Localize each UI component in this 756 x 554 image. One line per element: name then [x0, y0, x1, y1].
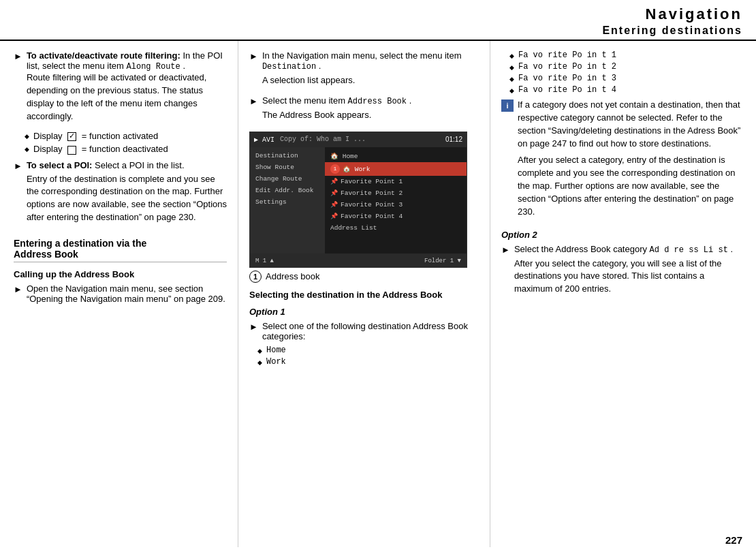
nav-bottom-bar: M 1 ▲ Folder 1 ▼ — [250, 253, 467, 268]
para-filter: Route filtering will be activated or dea… — [27, 72, 227, 123]
bold-poi: To select a POI: — [27, 160, 93, 170]
nav-item-fp3: 📌 Favorite Point 3 — [325, 199, 467, 211]
nav-top-bar-left-text: ▶ AVI — [254, 136, 274, 144]
nav-top-bar-time: 01:12 — [445, 136, 462, 143]
arrow-content-m1: In the Navigation main menu, select the … — [262, 50, 479, 91]
info-text-2: After you select a category, entry of th… — [518, 154, 742, 218]
nav-bottom-right: Folder 1 ▼ — [424, 258, 461, 264]
nav-left-menu: Destination Show Route Change Route Edit… — [250, 147, 325, 253]
text-addr-appears: The Address Book appears. — [262, 109, 479, 122]
arrow-icon-3: ► — [14, 284, 22, 294]
text-categories: Select one of the following destination … — [262, 321, 468, 341]
option2-heading: Option 2 — [501, 230, 742, 240]
arrow-item-addr-list: ► Select the Address Book category Ad d … — [501, 244, 742, 301]
mono-address-book: Address Book — [348, 97, 407, 106]
nav-menu-destination: Destination — [250, 150, 325, 161]
option1-heading: Option 1 — [249, 307, 479, 317]
arrow-content-r1: Select the Address Book category Ad d re… — [514, 244, 742, 301]
sub-heading-selecting: Selecting the destination in the Address… — [249, 290, 479, 300]
arrow-icon-m3: ► — [249, 322, 258, 332]
nav-top-bar-middle: Copy of: Who am I ... — [280, 136, 366, 143]
text-select-menu: Select the menu item — [262, 95, 348, 106]
nav-top-bar: ▶ AVI Copy of: Who am I ... 01:12 — [250, 132, 467, 147]
pin-icon-1: 📌 — [330, 178, 338, 185]
nav-bottom-left: M 1 ▲ — [255, 258, 274, 264]
para-poi: Entry of the destination is complete and… — [27, 173, 227, 224]
nav-right-panel: 🏠 Home 1 🏠 Work 📌 Favorite Point 1 📌 Fav… — [325, 147, 467, 253]
fp2-item: ◆ Fa vo rite Po in t 2 — [501, 62, 742, 72]
checkbox-unchecked — [67, 146, 76, 155]
para-addr-list: After you select the category, you will … — [514, 258, 742, 296]
nav-screenshot: ▶ AVI Copy of: Who am I ... 01:12 Destin… — [249, 132, 467, 268]
caption-text: Address book — [266, 271, 320, 281]
right-column: ◆ Fa vo rite Po in t 1 ◆ Fa vo rite Po i… — [490, 41, 756, 547]
text-nav-menu-1: In the Navigation main menu, select the … — [262, 50, 462, 61]
left-column: ► To activate/deactivate route filtering… — [0, 41, 238, 547]
arrow-content-m3: Select one of the following destination … — [262, 321, 479, 341]
page-header: Navigation Entering destinations — [0, 0, 756, 41]
display-item-activated: ◆ Display = function activated — [14, 131, 227, 141]
arrow-item-categories: ► Select one of the following destinatio… — [249, 321, 479, 341]
text-poi: Select a POI in the list. — [95, 160, 185, 170]
mono-along-route: Along Route — [127, 62, 180, 72]
nav-fp2-label: Favorite Point 2 — [341, 189, 403, 197]
text-addr-period: . — [409, 95, 412, 106]
nav-item-work: 1 🏠 Work — [325, 162, 467, 176]
text-select-category: Select the Address Book category — [514, 244, 650, 254]
arrow-content-1: To activate/deactivate route filtering: … — [27, 50, 227, 127]
display-text-deactivated: Display = function deactivated — [33, 144, 168, 154]
pin-icon-3: 📌 — [330, 201, 338, 209]
nav-fp3-label: Favorite Point 3 — [341, 201, 403, 209]
diamond-icon-deactivated: ◆ — [25, 146, 29, 153]
fp1-item: ◆ Fa vo rite Po in t 1 — [501, 50, 742, 60]
nav-menu-edit-addr: Edit Addr. Book — [250, 185, 325, 196]
checkbox-checked — [67, 132, 76, 141]
diamond-fp3: ◆ — [509, 76, 514, 82]
diamond-work: ◆ — [257, 359, 262, 366]
display-item-deactivated: ◆ Display = function deactivated — [14, 144, 227, 154]
nav-item-fp1: 📌 Favorite Point 1 — [325, 176, 467, 187]
page-number: 227 — [725, 534, 742, 546]
pin-icon-2: 📌 — [330, 189, 338, 197]
bold-label-filter: To activate/deactivate route filtering: — [27, 50, 180, 61]
fp4-item: ◆ Fa vo rite Po in t 4 — [501, 85, 742, 95]
diamond-icon-activated: ◆ — [25, 133, 29, 140]
nav-work-label: 🏠 Work — [343, 165, 371, 173]
arrow-content-3: Open the Navigation main menu, see secti… — [27, 283, 227, 304]
middle-column: ► In the Navigation main menu, select th… — [238, 41, 490, 547]
nav-fp4-label: Favorite Point 4 — [341, 213, 403, 220]
caption-number: 1 — [249, 271, 262, 283]
nav-menu-change-route: Change Route — [250, 173, 325, 185]
nav-item-fp4: 📌 Favorite Point 4 — [325, 211, 467, 222]
main-content: ► To activate/deactivate route filtering… — [0, 41, 756, 547]
mono-addr-list: Ad d re ss Li st — [650, 245, 728, 255]
info-text-1: If a category does not yet contain a des… — [518, 99, 742, 150]
sub-heading-calling: Calling up the Address Book — [14, 269, 227, 279]
nav-menu-show-route: Show Route — [250, 161, 325, 173]
nav-menu-settings: Settings — [250, 196, 325, 208]
diamond-fp2: ◆ — [509, 64, 514, 71]
arrow-content-2: To select a POI: Select a POI in the lis… — [27, 160, 227, 228]
page-title: Navigation — [0, 5, 742, 23]
diamond-home: ◆ — [257, 348, 262, 354]
display-text-activated: Display = function activated — [33, 131, 158, 141]
category-home: ◆ Home — [249, 345, 479, 355]
page-subtitle: Entering destinations — [0, 25, 742, 37]
text-addr-list-period: . — [730, 244, 733, 254]
mono-destination: Destination — [262, 62, 316, 72]
arrow-icon-2: ► — [14, 161, 22, 171]
arrow-item-filter: ► To activate/deactivate route filtering… — [14, 50, 227, 127]
category-work-label: Work — [266, 357, 286, 367]
nav-item-addr-list: Address List — [325, 222, 467, 234]
text-open-nav: Open the Navigation main menu, see secti… — [27, 283, 225, 304]
nav-item-fp2: 📌 Favorite Point 2 — [325, 187, 467, 199]
fp1-label: Fa vo rite Po in t 1 — [518, 50, 616, 60]
fp3-label: Fa vo rite Po in t 3 — [518, 74, 616, 83]
nav-badge-1: 1 — [330, 164, 340, 174]
info-icon: i — [501, 99, 514, 112]
nav-body: Destination Show Route Change Route Edit… — [250, 147, 467, 253]
fp3-item: ◆ Fa vo rite Po in t 3 — [501, 74, 742, 83]
category-home-label: Home — [266, 345, 286, 355]
nav-home-label: 🏠 Home — [330, 152, 358, 160]
category-work: ◆ Work — [249, 357, 479, 367]
